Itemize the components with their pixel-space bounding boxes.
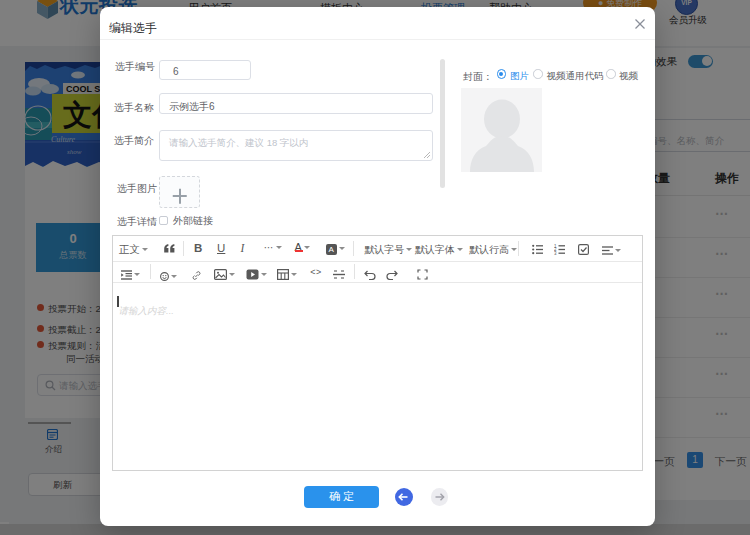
svg-text:3: 3 xyxy=(554,251,557,255)
